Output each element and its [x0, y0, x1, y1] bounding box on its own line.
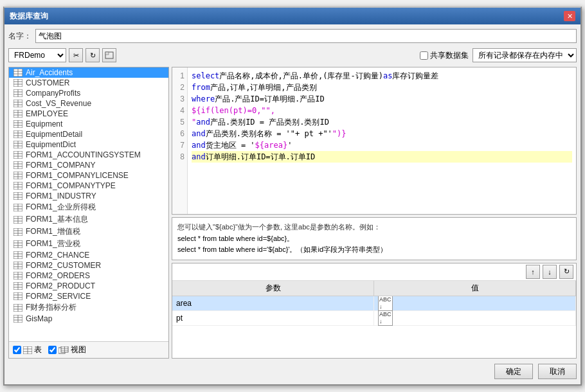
table-icon-svg [14, 292, 22, 300]
cut-button[interactable]: ✂ [69, 48, 83, 62]
abc-icon: ABC↓ [378, 296, 393, 311]
params-name-cell: pt [172, 311, 374, 325]
params-row[interactable]: area ABC↓ [172, 296, 576, 311]
table-item-icon [13, 303, 23, 312]
sql-content[interactable]: select 产品名称,成本价,产品.单价,(库存里-订购量) as 库存订购量… [188, 67, 576, 214]
tree-item-label: EquipmentDetail [26, 130, 82, 139]
tree-item[interactable]: FORM2_CHANCE [9, 250, 168, 260]
left-panel-footer: 表 视图 [9, 341, 168, 358]
params-refresh-button[interactable]: ↻ [559, 265, 573, 279]
tree-item[interactable]: GisMap [9, 314, 168, 324]
table-item-icon [13, 171, 23, 180]
tree-item[interactable]: FORM1_企业所得税 [9, 201, 168, 213]
name-input[interactable] [35, 29, 577, 43]
table-item-icon [13, 314, 23, 323]
params-section: ↑ ↓ ↻ 参数 值 area ABC↓ [172, 263, 577, 359]
help-example1: select * from table where id=${abc}。 [177, 233, 571, 245]
tree-item-label: CompanyProfits [26, 89, 80, 98]
view-svg-icon [59, 346, 69, 354]
table-icon-svg [14, 282, 22, 290]
bottom-buttons: 确定 取消 [8, 361, 577, 380]
tree-item-label: Cost_VS_Revenue [26, 99, 91, 108]
table-icon-svg [14, 216, 22, 224]
sql-line: select 产品名称,成本价,产品.单价,(库存里-订购量) as 库存订购量… [192, 70, 572, 82]
table-item-icon [13, 271, 23, 280]
tree-item[interactable]: FORM1_ACCOUNTINGSYSTEM [9, 150, 168, 160]
tree-item[interactable]: CUSTOMER [9, 78, 168, 88]
tree-item[interactable]: FORM1_增值税 [9, 226, 168, 238]
tree-item[interactable]: Equipment [9, 119, 168, 129]
tree-item-label: EMPLOYEE [26, 109, 68, 118]
tree-item-label: GisMap [26, 314, 52, 323]
close-button[interactable]: ✕ [564, 11, 575, 21]
table-item-icon [13, 240, 23, 249]
preview-button[interactable] [102, 48, 116, 62]
params-value-cell: ABC↓ [374, 311, 576, 325]
title-bar: 数据库查询 ✕ [4, 8, 580, 24]
table-item-icon [13, 215, 23, 224]
table-item-icon [13, 161, 23, 170]
sql-editor[interactable]: 12345678 select 产品名称,成本价,产品.单价,(库存里-订购量)… [172, 67, 577, 215]
tree-item[interactable]: FORM2_ORDERS [9, 271, 168, 281]
share-checkbox[interactable] [420, 51, 428, 60]
help-tip: 您可以键入"${abc}"做为一个参数, 这里abc是参数的名称。例如： [177, 222, 571, 233]
tree-item-label: FORM1_增值税 [26, 226, 80, 237]
tree-item[interactable]: EquipmentDict [9, 139, 168, 150]
tree-item-label: FORM1_ACCOUNTINGSYSTEM [26, 150, 141, 159]
tree-item[interactable]: Air_Accidents [9, 67, 168, 78]
table-item-icon [13, 89, 23, 98]
view-checkbox-label[interactable]: 视图 [48, 344, 86, 355]
help-box: 您可以键入"${abc}"做为一个参数, 这里abc是参数的名称。例如： sel… [172, 217, 577, 260]
tree-list[interactable]: Air_Accidents CUSTOMER Com [9, 67, 168, 341]
content-area: 名字： FRDemo ✂ ↻ 共享数据集 所有记 [4, 24, 580, 384]
tree-item[interactable]: FORM2_SERVICE [9, 291, 168, 301]
refresh-button[interactable]: ↻ [86, 48, 100, 62]
table-item-icon [13, 203, 23, 212]
line-number: 5 [172, 116, 184, 128]
table-icon-svg [14, 251, 22, 259]
table-item-icon [13, 261, 23, 270]
tree-item[interactable]: FORM1_COMPANYLICENSE [9, 170, 168, 181]
tree-item[interactable]: FORM1_COMPANYTYPE [9, 181, 168, 191]
tree-item[interactable]: FORM1_COMPANY [9, 160, 168, 170]
tree-item[interactable]: EquipmentDetail [9, 129, 168, 139]
share-checkbox-label[interactable]: 共享数据集 [420, 50, 469, 61]
cancel-button[interactable]: 取消 [538, 364, 577, 379]
table-svg-icon [23, 346, 32, 354]
tree-item[interactable]: FORM2_PRODUCT [9, 281, 168, 291]
tree-item[interactable]: CompanyProfits [9, 88, 168, 98]
table-item-icon [13, 281, 23, 290]
table-icon-svg [14, 272, 22, 280]
sql-line: where 产品.产品ID=订单明细.产品ID [192, 93, 572, 105]
name-row: 名字： [8, 28, 577, 44]
params-down-button[interactable]: ↓ [543, 265, 557, 279]
tree-item[interactable]: FORM1_INDUSTRY [9, 191, 168, 201]
table-item-icon [13, 251, 23, 260]
view-checkbox[interactable] [48, 346, 57, 354]
tree-item-label: FORM1_营业税 [26, 238, 80, 249]
storage-select[interactable]: 所有记录都保存在内存中 [473, 48, 577, 62]
name-label: 名字： [8, 31, 32, 42]
share-label: 共享数据集 [430, 50, 469, 61]
table-icon-svg [14, 120, 22, 128]
table-label: 表 [34, 344, 42, 355]
tree-item[interactable]: Cost_VS_Revenue [9, 98, 168, 109]
params-toolbar: ↑ ↓ ↻ [172, 263, 576, 281]
table-item-icon [13, 130, 23, 139]
tree-item[interactable]: FORM2_CUSTOMER [9, 260, 168, 271]
confirm-button[interactable]: 确定 [494, 364, 533, 379]
table-item-icon [13, 192, 23, 200]
tree-item[interactable]: F财务指标分析 [9, 301, 168, 314]
params-up-button[interactable]: ↑ [526, 265, 540, 279]
table-icon-svg [14, 262, 22, 269]
table-checkbox[interactable] [13, 346, 21, 354]
tree-item[interactable]: EMPLOYEE [9, 109, 168, 119]
table-icon-svg [14, 304, 22, 312]
table-checkbox-label[interactable]: 表 [13, 344, 42, 355]
tree-item[interactable]: FORM1_基本信息 [9, 213, 168, 226]
tree-item[interactable]: FORM1_营业税 [9, 238, 168, 250]
datasource-select[interactable]: FRDemo [8, 48, 66, 62]
table-icon-svg [14, 89, 22, 97]
tree-item-label: FORM1_企业所得税 [26, 202, 96, 213]
params-row[interactable]: pt ABC↓ [172, 311, 576, 326]
